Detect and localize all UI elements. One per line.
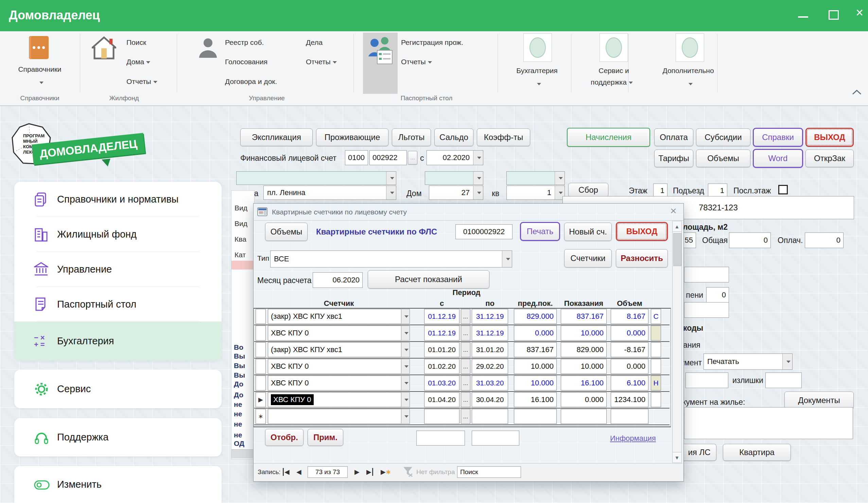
date-from-cell[interactable]: 01.02.20: [424, 359, 459, 374]
date-to-cell[interactable]: [472, 409, 508, 424]
date-lookup-button[interactable]: ...: [461, 326, 471, 340]
ribbon-item-otchety[interactable]: Отчеты: [126, 78, 157, 86]
footer-field-1[interactable]: [416, 431, 465, 445]
date-to-cell[interactable]: 31.03.20: [472, 376, 508, 390]
ribbon-item-dogovora[interactable]: Договора и док.: [225, 78, 277, 86]
meter-cell[interactable]: (закр) ХВС КПУ хвс1: [268, 309, 410, 324]
date-lookup-button[interactable]: ...: [461, 359, 471, 374]
filter-combo-3[interactable]: [506, 171, 565, 185]
explikaciya-button[interactable]: Экспликация: [240, 129, 313, 146]
ls-history-button[interactable]: ия ЛС: [682, 444, 716, 461]
prev-reading-cell[interactable]: 16.100: [514, 392, 557, 407]
type-combo[interactable]: ВСЕ: [270, 250, 512, 267]
prev-reading-cell[interactable]: 837.167: [514, 342, 557, 357]
dialog-exit-button[interactable]: ВЫХОД: [616, 222, 668, 241]
account-code1-field[interactable]: 0100: [345, 150, 368, 165]
street-combo[interactable]: пл. Ленина: [264, 186, 396, 200]
bg-field[interactable]: [685, 372, 728, 388]
fls-field[interactable]: 0100002922: [455, 224, 513, 239]
prev-reading-cell[interactable]: 829.000: [514, 309, 557, 324]
sidebar-item-upravlenie[interactable]: Управление: [14, 253, 221, 286]
search-input[interactable]: Поиск: [457, 466, 521, 478]
ribbon-item-servis[interactable]: Сервис и: [583, 66, 644, 75]
prev-reading-cell[interactable]: 10.000: [514, 376, 557, 390]
scroll-down-icon[interactable]: ▼: [672, 452, 682, 463]
entrance-field[interactable]: 1: [708, 184, 727, 198]
scroll-up-icon[interactable]: ▲: [672, 221, 682, 232]
lgoty-button[interactable]: Льготы: [392, 129, 431, 146]
flat-combo[interactable]: 1: [506, 186, 565, 200]
chevron-down-icon[interactable]: [401, 409, 410, 424]
ribbon-item-dela[interactable]: Дела: [306, 38, 322, 47]
total-area-field[interactable]: 0: [729, 233, 771, 248]
table-row[interactable]: ∗...: [254, 409, 670, 425]
prozhivayushchie-button[interactable]: Проживающие: [316, 129, 389, 146]
chevron-down-icon[interactable]: [782, 354, 792, 369]
word-button[interactable]: Word: [753, 149, 803, 168]
sbor-button[interactable]: Сбор: [568, 183, 608, 197]
meter-cell[interactable]: ХВС КПУ 0: [268, 392, 410, 407]
table-row[interactable]: ХВС КПУ 001.02.20...29.02.2010.00010.000…: [254, 359, 670, 375]
saldo-button[interactable]: Сальдо: [434, 129, 473, 146]
prev-reading-cell[interactable]: [514, 409, 557, 424]
ribbon-item-spravochniki[interactable]: Справочники: [8, 65, 72, 73]
volume-cell[interactable]: 0.000: [611, 359, 649, 374]
sidebar-item-izmenit[interactable]: Изменить: [14, 466, 221, 503]
chevron-down-icon[interactable]: [386, 186, 396, 199]
sidebar-item-spravochniki-i-normativy[interactable]: Справочники и нормативы: [14, 183, 221, 216]
row-selector[interactable]: [256, 359, 266, 374]
peni-field[interactable]: 0: [706, 287, 729, 303]
footer-field-2[interactable]: [472, 431, 519, 445]
reading-cell[interactable]: 10.000: [561, 326, 607, 340]
reading-cell[interactable]: 16.100: [561, 376, 607, 390]
otobr-button[interactable]: Отобр.: [265, 429, 303, 446]
account-lookup-button[interactable]: ...: [408, 151, 417, 164]
date-from-cell[interactable]: 01.04.20: [424, 392, 459, 407]
ribbon-item-golosovaniya[interactable]: Голосования: [225, 58, 268, 66]
row-selector[interactable]: [256, 326, 266, 340]
dialog-print-button[interactable]: Печать: [520, 222, 560, 241]
reading-cell[interactable]: 10.000: [561, 359, 607, 374]
bg-field[interactable]: [684, 267, 729, 283]
minimize-button[interactable]: [798, 16, 808, 18]
filter-combo-1[interactable]: [236, 171, 396, 185]
date-to-cell[interactable]: 31.12.19: [472, 326, 508, 340]
meter-cell[interactable]: [268, 409, 410, 424]
ribbon-collapse-icon[interactable]: [852, 89, 862, 95]
flag-cell[interactable]: [651, 392, 661, 407]
row-selector[interactable]: [256, 342, 266, 357]
floor-field[interactable]: 1: [653, 184, 668, 198]
oplata-button[interactable]: Оплата: [654, 129, 693, 146]
scroll-thumb[interactable]: [673, 233, 681, 266]
date-lookup-button[interactable]: ...: [461, 392, 471, 407]
date-lookup-button[interactable]: ...: [461, 409, 471, 424]
ribbon-item-doma[interactable]: Дома: [126, 58, 150, 66]
row-selector[interactable]: [256, 376, 266, 390]
period-combo[interactable]: 02.2020: [426, 150, 483, 165]
chevron-down-icon[interactable]: [401, 359, 410, 374]
meter-cell[interactable]: ХВС КПУ 0: [268, 376, 410, 390]
prev-reading-cell[interactable]: 0.000: [514, 326, 557, 340]
prim-button[interactable]: Прим.: [308, 429, 343, 446]
raznosit-button[interactable]: Разносить: [616, 249, 668, 267]
date-from-cell[interactable]: 01.03.20: [424, 376, 459, 390]
dialog-volumes-button[interactable]: Объемы: [265, 223, 308, 241]
ribbon-item-otchety[interactable]: Отчеты: [401, 58, 432, 66]
chevron-down-icon[interactable]: [555, 172, 565, 185]
ribbon-item-reestr[interactable]: Реестр соб.: [225, 38, 264, 47]
chevron-down-icon[interactable]: [473, 151, 483, 165]
new-row-selector[interactable]: ∗: [256, 409, 266, 424]
print-doc-combo[interactable]: Печатать: [703, 353, 793, 370]
ribbon-item-poisk[interactable]: Поиск: [126, 38, 146, 47]
date-lookup-button[interactable]: ...: [461, 376, 471, 390]
table-row[interactable]: ХВС КПУ 001.03.20...31.03.2010.00016.100…: [254, 375, 670, 392]
accounting-icon[interactable]: [523, 33, 552, 62]
sidebar-item-podderzhka[interactable]: Поддержка: [14, 418, 221, 456]
chevron-down-icon[interactable]: [401, 342, 410, 357]
date-lookup-button[interactable]: ...: [461, 342, 471, 357]
reading-cell[interactable]: 0.000: [561, 392, 607, 407]
koeff-button[interactable]: Коэфф-ты: [477, 129, 530, 146]
new-record-icon[interactable]: ▶∗: [381, 468, 391, 476]
sidebar-item-pasportnyy-stol[interactable]: Паспортный стол: [14, 288, 221, 321]
vyhod-button[interactable]: ВЫХОД: [805, 128, 854, 147]
